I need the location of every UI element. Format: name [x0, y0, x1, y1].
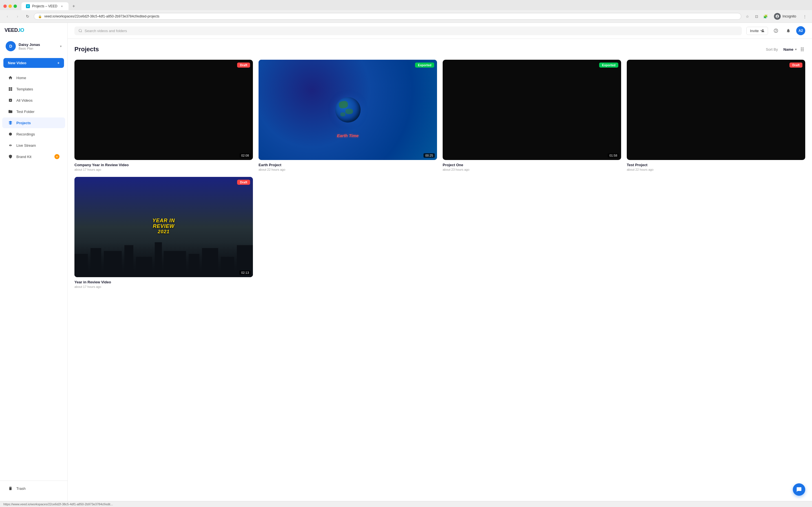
- video-thumbnail-wrapper: Exported 01:58: [443, 60, 621, 160]
- duration-badge: 01:58: [608, 153, 619, 158]
- video-info: Project One about 23 hours ago: [443, 163, 621, 171]
- video-thumbnail: [627, 60, 805, 160]
- live-stream-icon: [8, 143, 13, 148]
- sidebar-item-label: All Videos: [16, 98, 59, 103]
- video-name: Company Year in Review Video: [74, 163, 253, 167]
- chevron-down-icon: ▾: [60, 45, 62, 48]
- bell-icon: [786, 29, 791, 33]
- video-card[interactable]: YEAR IN REVIEW 2021 Draft 02:13 Year in …: [74, 177, 253, 288]
- video-time: about 22 hours ago: [627, 168, 805, 171]
- tab-close-button[interactable]: ×: [59, 4, 64, 8]
- video-info: Year in Review Video about 17 hours ago: [74, 280, 253, 288]
- upgrade-badge: +: [54, 154, 59, 159]
- forward-button[interactable]: ›: [13, 12, 21, 20]
- help-button[interactable]: [771, 26, 780, 35]
- video-grid: Draft 02:08 Company Year in Review Video…: [74, 60, 805, 288]
- traffic-lights: [3, 4, 17, 8]
- sidebar-item-label: Test Folder: [16, 110, 59, 114]
- incognito-label: Incognito: [782, 14, 796, 18]
- video-card[interactable]: Exported 01:58 Project One about 23 hour…: [443, 60, 621, 171]
- chevron-down-icon: ▾: [795, 48, 797, 51]
- tab-title: Projects – VEED: [32, 4, 57, 8]
- video-thumbnail: YEAR IN REVIEW 2021: [74, 177, 253, 277]
- extensions-icon[interactable]: 🧩: [762, 12, 769, 20]
- status-url: https://www.veed.io/workspaces/22ce6d2f-…: [3, 503, 113, 506]
- page-header: Projects Sort By Name ▾: [74, 46, 805, 53]
- sidebar-item-templates[interactable]: Templates: [2, 83, 65, 94]
- trash-icon: [8, 486, 13, 491]
- sidebar-item-projects[interactable]: Projects: [2, 117, 65, 128]
- status-badge: Draft: [237, 62, 250, 68]
- review-line3: 2021: [152, 229, 175, 235]
- duration-badge: 02:08: [239, 153, 251, 158]
- sidebar-item-label: Trash: [16, 487, 59, 491]
- duration-badge: 02:13: [239, 270, 251, 275]
- main-content: Invite A2 Projects Sort By: [68, 23, 812, 501]
- active-tab[interactable]: V Projects – VEED ×: [21, 2, 68, 10]
- address-bar[interactable]: 🔒 veed.io/workspaces/22ce6d2f-38c5-4df1-…: [34, 13, 741, 20]
- search-input[interactable]: [85, 29, 738, 33]
- video-thumbnail-wrapper: Draft 02:08: [74, 60, 253, 160]
- bookmark-icon[interactable]: ☆: [744, 12, 751, 20]
- sort-label: Sort By: [766, 47, 778, 52]
- svg-rect-7: [104, 251, 121, 277]
- svg-rect-10: [155, 242, 162, 277]
- video-time: about 22 hours ago: [259, 168, 437, 171]
- video-thumbnail: Earth Time: [259, 60, 437, 160]
- duration-badge: 00:25: [423, 153, 435, 158]
- video-time: about 17 hours ago: [74, 168, 253, 171]
- sidebar-item-recordings[interactable]: Recordings: [2, 129, 65, 139]
- video-card[interactable]: Earth Time Exported 00:25 Earth Project …: [259, 60, 437, 171]
- chat-widget[interactable]: [793, 483, 805, 496]
- invite-label: Invite: [750, 29, 759, 33]
- profile-icon[interactable]: ⊡: [753, 12, 760, 20]
- sidebar-item-trash[interactable]: Trash: [2, 483, 65, 494]
- video-info: Earth Project about 22 hours ago: [259, 163, 437, 171]
- video-card[interactable]: Draft Test Project about 22 hours ago: [627, 60, 805, 171]
- minimize-button[interactable]: [8, 4, 12, 8]
- sidebar-item-test-folder[interactable]: Test Folder: [2, 106, 65, 117]
- video-thumbnail-wrapper: Draft: [627, 60, 805, 160]
- maximize-button[interactable]: [13, 4, 17, 8]
- projects-icon: [8, 120, 13, 125]
- video-thumbnail-wrapper: Earth Time Exported 00:25: [259, 60, 437, 160]
- sidebar-nav: Home Templates All Videos: [0, 72, 67, 481]
- new-video-label: New Video: [8, 61, 27, 65]
- all-videos-icon: [8, 98, 13, 103]
- view-toggle-button[interactable]: [800, 47, 805, 52]
- back-button[interactable]: ‹: [3, 12, 11, 20]
- user-section[interactable]: D Daisy Jonas Basic Plan ▾: [2, 39, 65, 54]
- sidebar-item-brand-kit[interactable]: Brand Kit +: [2, 151, 65, 162]
- sidebar-item-home[interactable]: Home: [2, 72, 65, 83]
- new-tab-button[interactable]: +: [70, 2, 78, 10]
- recordings-icon: [8, 131, 13, 136]
- sidebar-item-label: Recordings: [16, 132, 59, 136]
- invite-button[interactable]: Invite: [746, 27, 768, 35]
- reload-button[interactable]: ↻: [24, 12, 32, 20]
- incognito-button[interactable]: Incognito: [772, 12, 799, 21]
- sidebar-item-all-videos[interactable]: All Videos: [2, 95, 65, 106]
- sidebar: VEED.IO D Daisy Jonas Basic Plan ▾ New V…: [0, 23, 68, 501]
- lock-icon: 🔒: [38, 15, 42, 18]
- status-badge: Exported: [415, 62, 434, 68]
- search-bar[interactable]: [74, 26, 742, 35]
- top-bar-actions: Invite A2: [746, 26, 805, 35]
- brand-kit-icon: [8, 154, 13, 159]
- new-video-button[interactable]: New Video +: [3, 58, 64, 68]
- status-bar: https://www.veed.io/workspaces/22ce6d2f-…: [0, 501, 812, 507]
- video-card[interactable]: Draft 02:08 Company Year in Review Video…: [74, 60, 253, 171]
- sort-separator: [780, 47, 781, 52]
- content-area: Projects Sort By Name ▾: [68, 39, 812, 501]
- sidebar-item-live-stream[interactable]: Live Stream: [2, 140, 65, 151]
- top-bar: Invite A2: [68, 23, 812, 39]
- sort-by-button[interactable]: Sort By Name ▾: [766, 47, 797, 52]
- svg-rect-12: [189, 254, 199, 277]
- menu-icon[interactable]: ⋮: [801, 12, 809, 20]
- review-line2: REVIEW: [152, 224, 175, 229]
- video-info: Company Year in Review Video about 17 ho…: [74, 163, 253, 171]
- close-button[interactable]: [3, 4, 7, 8]
- app-container: VEED.IO D Daisy Jonas Basic Plan ▾ New V…: [0, 23, 812, 501]
- templates-icon: [8, 87, 13, 92]
- user-badge[interactable]: A2: [796, 26, 805, 35]
- notifications-button[interactable]: [784, 26, 793, 35]
